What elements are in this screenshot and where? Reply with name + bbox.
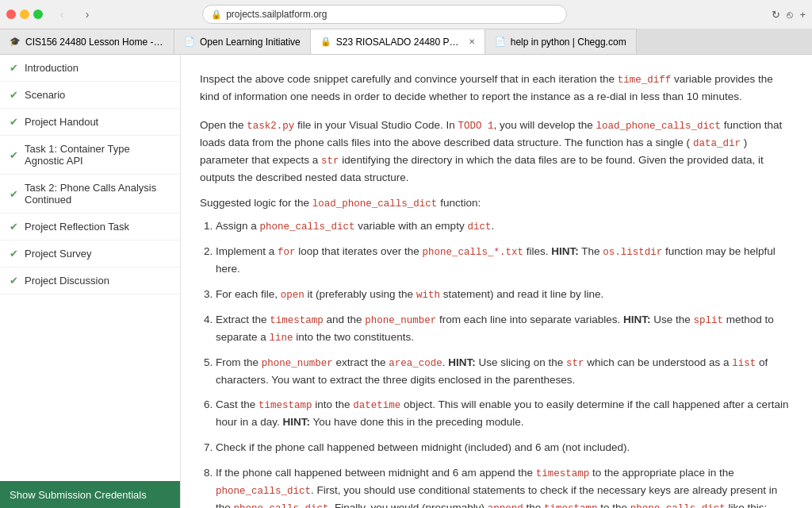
code-time-diff: time_diff (618, 75, 672, 86)
check-icon-reflection: ✔ (10, 221, 18, 233)
check-icon-task1: ✔ (10, 149, 18, 161)
step-7: Check if the phone call happened between… (216, 439, 793, 456)
code-for: for (278, 247, 296, 258)
code-str-5: str (566, 358, 584, 369)
nav-back-btn[interactable]: ‹ (52, 5, 71, 24)
check-icon-survey: ✔ (10, 248, 18, 260)
show-submission-credentials-btn[interactable]: Show Submission Credentials (0, 481, 180, 508)
sidebar-item-task2[interactable]: ✔ Task 2: Phone Calls Analysis Continued (0, 175, 180, 214)
code-timestamp-4: timestamp (270, 315, 324, 326)
sidebar-label-task2: Task 2: Phone Calls Analysis Continued (25, 182, 170, 206)
tab-ric-label: CIS156 24480 Lesson Home - RicLearn (25, 37, 164, 48)
steps-list: Assign a phone_calls_dict variable with … (216, 217, 793, 508)
new-tab-icon[interactable]: + (799, 9, 806, 21)
hint-bold-6: HINT: (283, 416, 311, 428)
sidebar-label-scenario: Scenario (25, 89, 65, 101)
window-close-btn[interactable] (6, 10, 16, 19)
address-bar[interactable]: 🔒 projects.sailplatform.org (202, 5, 567, 24)
code-phone-calls-dict-8: phone_calls_dict (216, 486, 311, 497)
code-phone-txt: phone_calls_*.txt (422, 247, 523, 258)
sidebar-label-survey: Project Survey (25, 248, 92, 260)
tab-ric[interactable]: 🎓 CIS156 24480 Lesson Home - RicLearn (0, 29, 174, 54)
code-phone-calls-dict-8c: phone_calls_dict (630, 503, 726, 508)
tab-oli-label: Open Learning Initiative (200, 37, 301, 48)
step-6: Cast the timestamp into the datetime obj… (216, 396, 793, 431)
code-dict: dict (467, 221, 491, 233)
code-split: split (694, 315, 724, 326)
sidebar-item-discussion[interactable]: ✔ Project Discussion (0, 267, 180, 294)
code-todo1: TODO 1 (458, 121, 493, 132)
intro-paragraph: Inspect the above code snippet carefully… (200, 71, 793, 106)
check-icon-scenario: ✔ (10, 89, 18, 101)
hint-bold-5: HINT: (448, 356, 476, 368)
code-phone-number-4: phone_number (365, 315, 436, 326)
suggested-logic-header: Suggested logic for the load_phone_calls… (200, 197, 793, 210)
sidebar-label-handout: Project Handout (25, 116, 98, 128)
sidebar-item-scenario[interactable]: ✔ Scenario (0, 82, 180, 109)
step-2: Implement a for loop that iterates over … (216, 243, 793, 278)
window-minimize-btn[interactable] (20, 10, 29, 19)
check-icon-intro: ✔ (10, 62, 18, 74)
sidebar-item-task1[interactable]: ✔ Task 1: Container Type Agnostic API (0, 136, 180, 175)
browser-tabs: 🎓 CIS156 24480 Lesson Home - RicLearn 📄 … (0, 29, 812, 54)
sidebar-item-reflection[interactable]: ✔ Project Reflection Task (0, 214, 180, 241)
code-os-listdir: os.listdir (603, 247, 662, 258)
main-layout: ✔ Introduction ✔ Scenario ✔ Project Hand… (0, 55, 812, 508)
address-text: projects.sailplatform.org (226, 9, 327, 20)
reload-icon[interactable]: ↻ (772, 9, 780, 21)
code-list: list (732, 358, 756, 369)
window-maximize-btn[interactable] (33, 10, 43, 19)
lock-icon: 🔒 (211, 10, 222, 20)
browser-chrome: ‹ › 🔒 projects.sailplatform.org ↻ ⎋ + 🎓 … (0, 0, 812, 55)
tab-s23-favicon: 🔒 (320, 37, 331, 48)
task2-paragraph: Open the task2.py file in your Visual St… (200, 117, 793, 187)
code-datetime: datetime (353, 400, 400, 411)
tab-oli[interactable]: 📄 Open Learning Initiative (174, 29, 311, 54)
step-8: If the phone call happened between midni… (216, 464, 793, 508)
sidebar-label-task1: Task 1: Container Type Agnostic API (25, 143, 170, 167)
code-phone-calls-dict-1: phone_calls_dict (260, 221, 355, 233)
hint-bold-2: HINT: (551, 245, 579, 257)
step-3: For each file, open it (preferably using… (216, 286, 793, 303)
nav-forward-btn[interactable]: › (78, 5, 97, 24)
code-timestamp-6: timestamp (259, 400, 312, 411)
code-str: str (321, 156, 339, 167)
code-phone-number-5: phone_number (262, 358, 333, 369)
sidebar-label-reflection: Project Reflection Task (25, 221, 129, 233)
browser-toolbar-right: ↻ ⎋ + (772, 9, 806, 21)
code-timestamp-8: timestamp (536, 468, 590, 479)
sidebar-item-handout[interactable]: ✔ Project Handout (0, 109, 180, 136)
code-line: line (270, 333, 293, 344)
check-icon-handout: ✔ (10, 116, 18, 128)
code-open: open (281, 290, 304, 301)
sidebar-item-survey[interactable]: ✔ Project Survey (0, 241, 180, 267)
hint-bold-4: HINT: (623, 314, 651, 325)
tab-chegg-favicon: 📄 (495, 37, 506, 48)
check-icon-discussion: ✔ (10, 275, 18, 287)
code-load-phone: load_phone_calls_dict (596, 121, 722, 132)
sidebar-label-discussion: Project Discussion (25, 275, 109, 287)
code-phone-calls-dict-8b: phone_calls_dict (234, 503, 329, 508)
tab-s23-close[interactable]: ✕ (469, 37, 475, 46)
check-icon-task2: ✔ (10, 188, 18, 200)
code-timestamp-8b: timestamp (544, 503, 598, 508)
code-area-code: area_code (389, 358, 442, 369)
tab-chegg-label: help in python | Chegg.com (511, 37, 626, 48)
sidebar-item-introduction[interactable]: ✔ Introduction (0, 55, 180, 82)
code-task2py: task2.py (247, 121, 294, 132)
sidebar-label-introduction: Introduction (25, 62, 79, 74)
step-1: Assign a phone_calls_dict variable with … (216, 217, 793, 235)
step-5: From the phone_number extract the area_c… (216, 354, 793, 389)
window-controls (6, 10, 43, 19)
tab-chegg[interactable]: 📄 help in python | Chegg.com (485, 29, 637, 54)
code-with: with (416, 290, 440, 301)
sidebar: ✔ Introduction ✔ Scenario ✔ Project Hand… (0, 55, 181, 508)
code-data-dir: data_dir (693, 138, 741, 149)
tab-ric-favicon: 🎓 (10, 37, 21, 48)
share-icon[interactable]: ⎋ (787, 9, 793, 21)
step-4: Extract the timestamp and the phone_numb… (216, 311, 793, 346)
tab-s23[interactable]: 🔒 S23 RIOSALADO 24480 Programming With P… (311, 29, 485, 54)
content-area: Inspect the above code snippet carefully… (181, 55, 812, 508)
browser-toolbar: ‹ › 🔒 projects.sailplatform.org ↻ ⎋ + (0, 0, 812, 29)
code-append-8: append (488, 503, 523, 508)
